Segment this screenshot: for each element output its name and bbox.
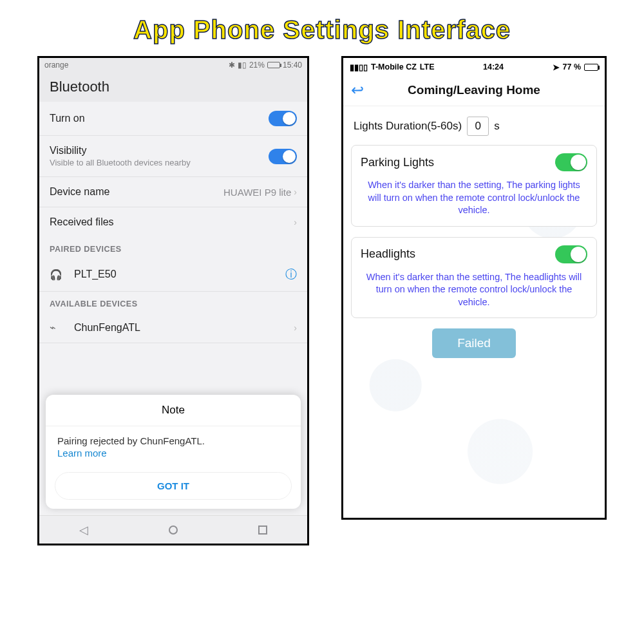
paired-device-name: PLT_E50 — [74, 269, 117, 280]
ios-header: ↩ Coming/Leaving Home — [343, 76, 605, 106]
duration-label: Lights Duration(5-60s) — [354, 120, 462, 133]
home-nav-icon[interactable] — [169, 526, 178, 535]
available-device-row[interactable]: ⌁ ChunFengATL › — [39, 312, 307, 343]
ios-screenshot: ▮▮▯▯ T-Mobile CZ LTE 14:24 ➤ 77 % ↩ Comi… — [341, 56, 607, 520]
bluetooth-icon: ⌁ — [50, 321, 65, 334]
battery-pct: 77 % — [563, 62, 582, 71]
parking-lights-card: Parking Lights When it's darker than the… — [351, 145, 597, 227]
headlights-card: Headlights When it's darker than the set… — [351, 237, 597, 319]
row-received-files[interactable]: Received files › — [39, 207, 307, 237]
page-title: App Phone Settings Interface — [0, 0, 644, 56]
android-screenshot: orange ✱ ▮▯ 21% 15:40 Bluetooth Turn on … — [37, 56, 309, 545]
available-device-name: ChunFengATL — [74, 322, 140, 334]
duration-unit: s — [494, 120, 500, 133]
duration-input[interactable]: 0 — [467, 117, 489, 136]
bluetooth-icon: ✱ — [229, 61, 235, 70]
headlights-desc: When it's darker than the setting, The h… — [361, 271, 587, 309]
paired-devices-header: PAIRED DEVICES — [39, 237, 307, 258]
turn-on-toggle[interactable] — [269, 111, 297, 126]
battery-icon — [584, 64, 598, 71]
signal-icon: ▮▮▯▯ — [350, 62, 368, 72]
network-label: LTE — [420, 62, 435, 71]
pairing-dialog: Note Pairing rejected by ChunFengATL. Le… — [46, 395, 301, 509]
paired-device-row[interactable]: 🎧 PLT_E50 ⓘ — [39, 258, 307, 292]
parking-lights-toggle[interactable] — [555, 153, 587, 171]
clock: 14:24 — [483, 62, 504, 71]
location-icon: ➤ — [553, 62, 560, 72]
headlights-title: Headlights — [361, 247, 415, 261]
chevron-right-icon: › — [294, 187, 297, 197]
visibility-toggle[interactable] — [269, 149, 297, 164]
row-visibility[interactable]: Visibility Visible to all Bluetooth devi… — [39, 135, 307, 176]
learn-more-link[interactable]: Learn more — [57, 448, 107, 459]
parking-lights-title: Parking Lights — [361, 156, 434, 169]
clock: 15:40 — [283, 61, 302, 70]
headphones-icon: 🎧 — [50, 269, 65, 281]
visibility-label: Visibility — [50, 145, 87, 156]
visibility-sublabel: Visible to all Bluetooth devices nearby — [50, 158, 191, 167]
turn-on-label: Turn on — [50, 113, 85, 124]
back-arrow-icon[interactable]: ↩ — [351, 81, 364, 99]
device-name-label: Device name — [50, 186, 109, 198]
battery-icon — [267, 62, 280, 68]
dialog-title: Note — [46, 395, 301, 426]
info-icon[interactable]: ⓘ — [285, 267, 297, 282]
screen-title: Bluetooth — [39, 72, 307, 102]
chevron-right-icon: › — [294, 217, 297, 227]
available-devices-header: AVAILABLE DEVICES — [39, 292, 307, 312]
signal-icon: ▮▯ — [238, 61, 247, 70]
row-turn-on[interactable]: Turn on — [39, 102, 307, 135]
dialog-message: Pairing rejected by ChunFengATL. — [57, 435, 289, 446]
failed-button[interactable]: Failed — [432, 328, 516, 358]
battery-pct: 21% — [249, 61, 265, 70]
row-device-name[interactable]: Device name HUAWEI P9 lite › — [39, 176, 307, 207]
ios-status-bar: ▮▮▯▯ T-Mobile CZ LTE 14:24 ➤ 77 % — [343, 58, 605, 76]
screen-title: Coming/Leaving Home — [369, 83, 579, 97]
carrier-label: T-Mobile CZ — [371, 62, 417, 71]
recents-nav-icon[interactable] — [258, 526, 267, 535]
android-nav-bar: ◁ — [39, 515, 307, 544]
got-it-button[interactable]: GOT IT — [55, 472, 292, 500]
lights-duration-row: Lights Duration(5-60s) 0 s — [351, 111, 597, 145]
carrier-label: orange — [44, 61, 68, 70]
back-nav-icon[interactable]: ◁ — [79, 523, 88, 537]
chevron-right-icon: › — [294, 323, 297, 333]
headlights-toggle[interactable] — [555, 245, 587, 263]
received-files-label: Received files — [50, 216, 114, 228]
device-name-value: HUAWEI P9 lite — [223, 187, 291, 198]
android-status-bar: orange ✱ ▮▯ 21% 15:40 — [39, 58, 307, 72]
parking-lights-desc: When it's darker than the setting, The p… — [361, 179, 587, 217]
